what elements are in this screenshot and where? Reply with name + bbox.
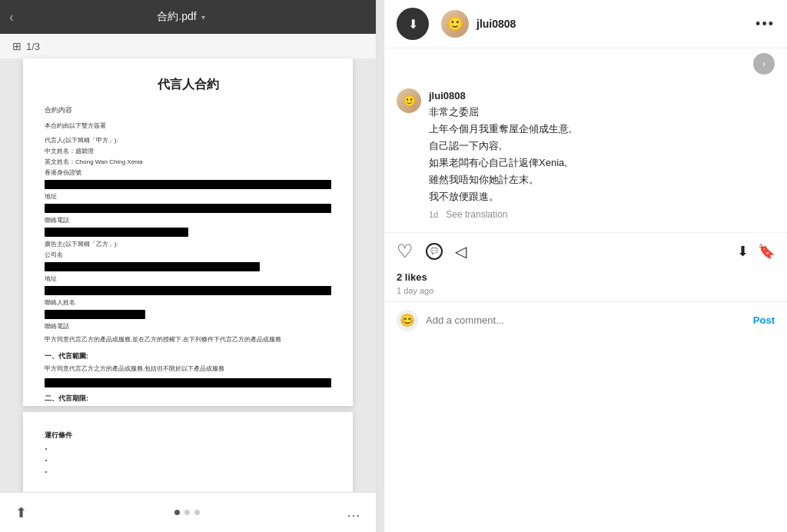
caption-line-1: 非常之委屈: [429, 104, 775, 121]
redacted-id: [45, 180, 331, 189]
ig-caption-user-row: 🙂 jlui0808 非常之委屈 上年今個月我重奪屋企傾成生意, 自己認一下內容…: [397, 88, 775, 220]
redacted-company: [45, 262, 260, 271]
doc-scope-intro: 甲方同意代言乙方的產品或服務,並在乙方的授權下,在下列條件下代言乙方的產品或服務: [45, 335, 331, 345]
page-indicator: ⊞ 1/3: [0, 34, 376, 58]
dot-1: [174, 510, 180, 515]
caption-text-block: jlui0808 非常之委屈 上年今個月我重奪屋企傾成生意, 自己認一下內容, …: [429, 88, 775, 220]
pdf-title: 合約.pdf: [157, 10, 196, 24]
doc-title: 代言人合約: [45, 77, 331, 93]
ig-actions-bar: ♡ 💬 ◁ ⬇ 🔖: [384, 232, 787, 270]
download-button[interactable]: ⬇: [397, 8, 429, 40]
doc-section2-title: 二、代言期限:: [45, 394, 331, 404]
more-options-button[interactable]: •••: [755, 16, 775, 32]
ig-caption-section: 🙂 jlui0808 非常之委屈 上年今個月我重奪屋企傾成生意, 自己認一下內容…: [384, 79, 787, 226]
bullet-item-2: [54, 468, 331, 475]
bullet-item-2: [54, 457, 331, 464]
comment-user-avatar: 😊: [397, 310, 418, 331]
pdf-page2-partial: 運行條件: [23, 412, 353, 492]
pdf-toolbar: ‹ 合約.pdf ▾: [0, 0, 376, 34]
bookmark-button[interactable]: 🔖: [758, 243, 775, 260]
doc-contact: 聯絡人姓名: [45, 298, 331, 307]
caption-line-4: 如果老闆有心自己計返俾Xenia,: [429, 155, 775, 171]
translation-label[interactable]: See translation: [446, 209, 507, 220]
share-button[interactable]: ◁: [455, 242, 467, 261]
instagram-panel: ⬇ 🙂 jlui0808 ••• › 🙂 jlui0808 非常之委屈 上年今個…: [384, 0, 787, 532]
doc-party-a: 代言人(以下簡稱「甲方」):: [45, 136, 331, 145]
ig-likes-count: 2 likes: [384, 270, 787, 284]
comment-button[interactable]: 💬: [426, 243, 443, 260]
download-post-button[interactable]: ⬇: [737, 243, 749, 260]
doc-chinese-name: 中文姓名：趙穎澄: [45, 147, 331, 155]
chevron-right-icon: ›: [762, 58, 765, 69]
doc-body-intro: 本合約由以下雙方簽署: [45, 121, 331, 131]
comment-input[interactable]: [426, 314, 745, 326]
caption-line-5: 雖然我唔知你她計左末。: [429, 171, 775, 188]
like-button[interactable]: ♡: [397, 241, 413, 262]
pdf-viewer-panel: ‹ 合約.pdf ▾ ⊞ 1/3 代言人合約 合約內容 本合約由以下雙方簽署 代…: [0, 0, 377, 532]
page-number: 1/3: [26, 41, 40, 52]
dropdown-arrow-icon[interactable]: ▾: [201, 13, 205, 22]
doc-address2: 地址: [45, 274, 331, 283]
doc-address: 地址: [45, 192, 331, 201]
redacted-scope: [45, 378, 331, 387]
pdf-bottom-nav: ⬆ …: [0, 492, 376, 532]
caption-username: jlui0808: [429, 90, 466, 101]
download-icon: ⬇: [408, 17, 418, 32]
pdf-document-page: 代言人合約 合約內容 本合約由以下雙方簽署 代言人(以下簡稱「甲方」): 中文姓…: [23, 58, 353, 406]
avatar: 🙂: [441, 10, 469, 38]
ig-user-row: 🙂 jlui0808: [441, 10, 516, 38]
doc-company: 公司名: [45, 251, 331, 259]
ig-actions-left: ♡ 💬 ◁: [397, 241, 467, 262]
ig-post-nav: ›: [384, 48, 787, 79]
caption-text: 非常之委屈 上年今個月我重奪屋企傾成生意, 自己認一下內容, 如果老闆有心自己計…: [429, 104, 775, 206]
post-comment-button[interactable]: Post: [753, 314, 775, 326]
caption-line-3: 自己認一下內容,: [429, 138, 775, 155]
redacted-address: [45, 204, 331, 213]
caption-avatar: 🙂: [397, 88, 421, 113]
see-translation-link[interactable]: 1d See translation: [429, 209, 775, 220]
ig-actions-right: ⬇ 🔖: [737, 243, 775, 260]
doc-section1-text: 甲方同意代言乙方之方的產品或服務,包括但不限於以下產品或服務: [45, 364, 331, 374]
doc-section4-title: 運行條件: [45, 431, 331, 441]
bullet-item-2: [54, 445, 331, 452]
dot-3: [194, 510, 200, 515]
ig-top-bar: ⬇ 🙂 jlui0808 •••: [384, 0, 787, 48]
doc-advertiser: 廣告主(以下簡稱「乙方」):: [45, 240, 331, 248]
ig-timestamp: 1 day ago: [384, 284, 787, 301]
panel-divider: [377, 0, 384, 532]
page-icon: ⊞: [12, 40, 22, 52]
doc-english-name: 英文姓名：Chong Wan Ching Xenia: [45, 158, 331, 166]
share-icon[interactable]: ⬆: [15, 504, 27, 521]
doc-section-label: 合約內容: [45, 105, 331, 115]
doc-phone: 聯絡電話: [45, 216, 331, 224]
redacted-address2: [45, 286, 331, 295]
bullet-list-2: [45, 445, 331, 475]
redacted-contact: [45, 310, 145, 319]
ig-comment-box: 😊 Post: [384, 301, 787, 339]
page-dots: [174, 510, 200, 515]
next-image-button[interactable]: ›: [753, 53, 775, 75]
doc-contact-phone: 聯絡電話: [45, 322, 331, 331]
time-ago: 1d: [429, 210, 438, 219]
more-options-icon[interactable]: …: [347, 504, 360, 520]
caption-line-2: 上年今個月我重奪屋企傾成生意,: [429, 121, 775, 138]
dot-2: [184, 510, 190, 515]
doc-section1-title: 一、代言範圍:: [45, 351, 331, 361]
doc-hk-id: 香港身份證號: [45, 168, 331, 177]
redacted-phone: [45, 228, 188, 237]
caption-line-6: 我不放便跟進。: [429, 188, 775, 205]
back-button[interactable]: ‹: [9, 9, 14, 25]
pdf-content-area: ⊞ 1/3 代言人合約 合約內容 本合約由以下雙方簽署 代言人(以下簡稱「甲方」…: [0, 34, 376, 492]
ig-username: jlui0808: [477, 18, 516, 30]
